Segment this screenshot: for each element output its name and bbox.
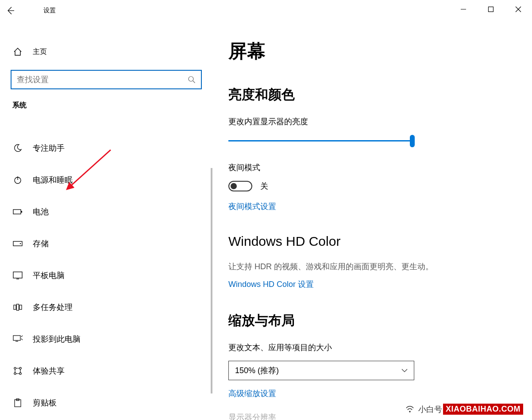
svg-point-1 bbox=[189, 76, 193, 81]
storage-icon bbox=[12, 241, 23, 246]
sidebar-item-clipboard[interactable]: 剪贴板 bbox=[0, 387, 212, 419]
search-input[interactable] bbox=[17, 75, 188, 84]
svg-point-15 bbox=[19, 373, 21, 374]
sidebar-item-label: 多任务处理 bbox=[33, 302, 73, 313]
svg-rect-9 bbox=[17, 304, 19, 310]
sidebar-item-label: 电源和睡眠 bbox=[33, 175, 73, 185]
sidebar-item-power-sleep[interactable]: 电源和睡眠 bbox=[0, 164, 212, 196]
brightness-label: 更改内置显示器的亮度 bbox=[228, 116, 514, 127]
night-mode-state: 关 bbox=[260, 181, 268, 191]
slider-track bbox=[228, 140, 414, 141]
back-button[interactable] bbox=[0, 0, 21, 21]
sidebar-item-tablet[interactable]: 平板电脑 bbox=[0, 260, 212, 291]
svg-point-12 bbox=[14, 367, 16, 369]
sidebar-category: 系统 bbox=[0, 101, 212, 110]
multitask-icon bbox=[12, 303, 23, 312]
content-pane: 屏幕 亮度和颜色 更改内置显示器的亮度 夜间模式 关 夜间模式设置 Window… bbox=[212, 21, 532, 420]
sidebar-item-multitask[interactable]: 多任务处理 bbox=[0, 291, 212, 323]
watermark-brand: 小白号 bbox=[417, 404, 443, 415]
advanced-scale-link[interactable]: 高级缩放设置 bbox=[228, 388, 276, 399]
svg-rect-8 bbox=[14, 305, 16, 309]
sidebar-item-label: 电池 bbox=[33, 206, 49, 217]
night-mode-settings-link[interactable]: 夜间模式设置 bbox=[228, 201, 276, 212]
page-title: 屏幕 bbox=[228, 39, 514, 64]
svg-point-13 bbox=[19, 367, 21, 369]
window-title: 设置 bbox=[43, 7, 56, 15]
hd-color-desc: 让支持 HDR 的视频、游戏和应用的画面更明亮、更生动。 bbox=[228, 261, 514, 272]
night-mode-toggle[interactable] bbox=[228, 181, 252, 191]
minimize-button[interactable] bbox=[450, 0, 477, 19]
toggle-knob bbox=[231, 183, 237, 189]
sidebar-scrollbar[interactable] bbox=[211, 168, 212, 393]
svg-rect-11 bbox=[13, 336, 20, 340]
sidebar-item-projecting[interactable]: 投影到此电脑 bbox=[0, 323, 212, 355]
search-input-wrap[interactable] bbox=[11, 70, 202, 89]
maximize-button[interactable] bbox=[477, 0, 505, 19]
brightness-slider[interactable] bbox=[228, 135, 414, 147]
svg-rect-0 bbox=[489, 7, 493, 12]
section-hd-color: Windows HD Color bbox=[228, 234, 514, 249]
battery-icon bbox=[12, 209, 23, 215]
home-icon bbox=[12, 47, 23, 57]
slider-thumb[interactable] bbox=[410, 135, 415, 147]
scale-label: 更改文本、应用等项目的大小 bbox=[228, 342, 514, 353]
svg-rect-3 bbox=[13, 210, 21, 214]
power-icon bbox=[12, 176, 23, 184]
svg-point-14 bbox=[14, 373, 16, 374]
section-brightness: 亮度和颜色 bbox=[228, 86, 514, 104]
section-scale: 缩放与布局 bbox=[228, 312, 514, 330]
sidebar-item-label: 专注助手 bbox=[33, 143, 65, 153]
sidebar-item-label: 剪贴板 bbox=[33, 397, 57, 408]
scale-select[interactable]: 150% (推荐) bbox=[228, 361, 414, 380]
svg-rect-4 bbox=[21, 211, 22, 213]
search-icon bbox=[188, 76, 196, 84]
sidebar-home[interactable]: 主页 bbox=[0, 39, 212, 65]
svg-rect-7 bbox=[13, 272, 22, 278]
svg-point-6 bbox=[20, 243, 21, 244]
watermark-badge: 小白号 XIAOBAIHAO.COM bbox=[405, 404, 523, 415]
sidebar-item-battery[interactable]: 电池 bbox=[0, 196, 212, 228]
sidebar-item-label: 投影到此电脑 bbox=[33, 334, 81, 344]
sidebar-home-label: 主页 bbox=[33, 47, 47, 57]
svg-rect-10 bbox=[19, 305, 22, 309]
sidebar-item-focus-assist[interactable]: 专注助手 bbox=[0, 132, 212, 164]
sidebar-item-label: 平板电脑 bbox=[33, 270, 65, 281]
chevron-down-icon bbox=[401, 369, 408, 372]
night-mode-label: 夜间模式 bbox=[228, 162, 514, 173]
hd-color-settings-link[interactable]: Windows HD Color 设置 bbox=[228, 279, 314, 290]
clipboard-icon bbox=[12, 398, 23, 407]
sidebar: 主页 系统 专注助手 电源和睡眠 电池 bbox=[0, 21, 212, 420]
sidebar-item-label: 存储 bbox=[33, 238, 49, 249]
close-button[interactable] bbox=[505, 0, 532, 19]
wifi-icon bbox=[405, 405, 415, 413]
svg-point-18 bbox=[409, 411, 411, 412]
moon-icon bbox=[12, 144, 23, 153]
share-icon bbox=[12, 367, 23, 375]
watermark-url: XIAOBAIHAO.COM bbox=[443, 404, 523, 415]
sidebar-item-shared-exp[interactable]: 体验共享 bbox=[0, 355, 212, 387]
tablet-icon bbox=[12, 271, 23, 279]
sidebar-item-label: 体验共享 bbox=[33, 366, 65, 376]
project-icon bbox=[12, 335, 23, 343]
sidebar-item-storage[interactable]: 存储 bbox=[0, 228, 212, 260]
scale-value: 150% (推荐) bbox=[235, 365, 279, 376]
